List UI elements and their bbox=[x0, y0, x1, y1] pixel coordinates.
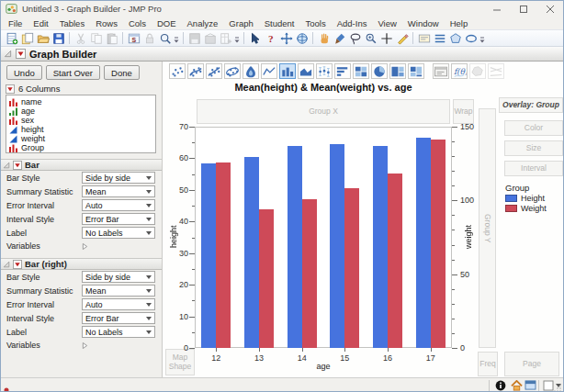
bar-height[interactable] bbox=[373, 146, 388, 348]
ellipse-icon[interactable] bbox=[224, 63, 241, 79]
menu-cols[interactable]: Cols bbox=[123, 18, 152, 28]
plot-area[interactable] bbox=[195, 127, 452, 348]
treemap-icon[interactable] bbox=[389, 63, 406, 79]
drop-zone-group-y[interactable]: Group Y bbox=[479, 108, 496, 348]
column-item-sex[interactable]: sex bbox=[9, 116, 152, 125]
line-of-fit-icon[interactable] bbox=[206, 63, 222, 79]
bar-right-bar-style-select[interactable]: Side by side bbox=[82, 271, 155, 283]
drop-zone-color[interactable]: Color bbox=[504, 120, 563, 136]
bar-horizontal-icon[interactable] bbox=[334, 63, 351, 79]
line-icon[interactable] bbox=[261, 63, 277, 79]
close-button[interactable] bbox=[536, 1, 563, 17]
copy-icon[interactable] bbox=[88, 31, 104, 46]
undo-button[interactable]: Undo bbox=[6, 65, 42, 80]
search-icon[interactable] bbox=[157, 31, 173, 46]
bar-height[interactable] bbox=[288, 146, 302, 348]
menu-tables[interactable]: Tables bbox=[54, 18, 90, 28]
bar-right-interval-style-select[interactable]: Error Bar bbox=[82, 312, 155, 324]
home-icon[interactable] bbox=[511, 380, 523, 392]
new-journal-icon[interactable] bbox=[19, 31, 35, 46]
menu-tools[interactable]: Tools bbox=[300, 18, 332, 28]
pie-icon[interactable] bbox=[371, 63, 388, 79]
bar-height[interactable] bbox=[330, 144, 344, 348]
drop-zone-size[interactable]: Size bbox=[504, 140, 563, 156]
mosaic-icon[interactable] bbox=[408, 63, 424, 79]
bar-height[interactable] bbox=[416, 138, 431, 348]
bar-error-interval-select[interactable]: Auto bbox=[82, 199, 155, 211]
info-icon[interactable] bbox=[495, 380, 506, 392]
points-intervals-icon[interactable] bbox=[316, 63, 333, 79]
bar-weight[interactable] bbox=[302, 199, 317, 348]
brush-tool-icon[interactable] bbox=[332, 31, 347, 46]
help-tool-icon[interactable]: ? bbox=[263, 31, 278, 46]
toolbar-overflow-icon[interactable] bbox=[173, 31, 180, 46]
drop-zone-group-x[interactable]: Group X bbox=[197, 99, 450, 124]
resize-grip[interactable] bbox=[554, 384, 561, 391]
lines-tool-icon[interactable] bbox=[432, 31, 447, 46]
cut-icon[interactable] bbox=[73, 31, 88, 46]
bar-height[interactable] bbox=[201, 163, 216, 348]
red-triangle-menu[interactable] bbox=[16, 49, 26, 59]
parallel-icon[interactable] bbox=[488, 63, 504, 79]
lasso-tool-icon[interactable] bbox=[347, 31, 363, 46]
collapse-triangle-icon[interactable] bbox=[3, 162, 10, 169]
script-window-icon[interactable]: S bbox=[126, 31, 141, 46]
toolbar-overflow-icon[interactable] bbox=[479, 31, 486, 46]
formula-icon[interactable]: f(θ) bbox=[451, 63, 468, 79]
column-item-group[interactable]: Group bbox=[9, 143, 152, 152]
bar-right-summary-statistic-select[interactable]: Mean bbox=[82, 285, 155, 297]
caption-tool-icon[interactable] bbox=[416, 31, 432, 46]
new-data-table-icon[interactable] bbox=[4, 31, 19, 46]
bar-red-triangle-menu[interactable] bbox=[13, 161, 22, 170]
magnifier-tool-icon[interactable] bbox=[363, 31, 378, 46]
new-column-icon[interactable] bbox=[218, 31, 233, 46]
oval-tool-icon[interactable] bbox=[463, 31, 479, 46]
annotate-tool-icon[interactable] bbox=[394, 31, 410, 46]
drop-zone-overlay[interactable]: Overlay: Group bbox=[499, 97, 563, 113]
crosshair-tool-icon[interactable] bbox=[378, 31, 394, 46]
bar-bar-style-select[interactable]: Side by side bbox=[82, 172, 155, 184]
bar-weight[interactable] bbox=[431, 140, 446, 348]
drop-zone-wrap[interactable]: Wrap bbox=[453, 99, 474, 124]
legend-item-height[interactable]: Height bbox=[505, 194, 545, 203]
bar-interval-style-select[interactable]: Error Bar bbox=[82, 213, 155, 225]
save-session-icon[interactable] bbox=[186, 31, 202, 46]
toolbar-overflow-icon[interactable] bbox=[233, 31, 241, 46]
minimize-button[interactable] bbox=[483, 1, 510, 17]
columns-red-triangle-menu[interactable] bbox=[6, 84, 15, 94]
column-item-weight[interactable]: weight bbox=[9, 134, 152, 143]
column-item-height[interactable]: height bbox=[9, 125, 152, 134]
menu-rows[interactable]: Rows bbox=[90, 18, 123, 28]
heatmap-icon[interactable] bbox=[353, 63, 369, 79]
menu-student[interactable]: Student bbox=[259, 18, 300, 28]
bar-label-select[interactable]: No Labels bbox=[82, 227, 155, 239]
window-icon[interactable] bbox=[525, 380, 536, 392]
legend-item-weight[interactable]: Weight bbox=[505, 204, 547, 213]
caption-box-icon[interactable] bbox=[433, 63, 449, 79]
bar-right-variables-disclosure[interactable] bbox=[82, 342, 155, 350]
lock-icon[interactable] bbox=[141, 31, 157, 46]
column-item-name[interactable]: name bbox=[9, 97, 152, 106]
collapse-triangle-icon[interactable] bbox=[3, 261, 10, 268]
move-tool-icon[interactable] bbox=[278, 31, 294, 46]
collapse-triangle-icon[interactable] bbox=[4, 50, 12, 58]
smoother-icon[interactable] bbox=[187, 63, 204, 79]
menu-add-ins[interactable]: Add-Ins bbox=[332, 18, 373, 28]
bar-weight[interactable] bbox=[344, 188, 359, 348]
menu-graph[interactable]: Graph bbox=[223, 18, 258, 28]
contour-icon[interactable] bbox=[243, 63, 259, 79]
start-over-button[interactable]: Start Over bbox=[46, 65, 100, 80]
save-icon[interactable] bbox=[51, 31, 66, 46]
menu-help[interactable]: Help bbox=[445, 18, 474, 28]
display-box-icon[interactable] bbox=[543, 380, 554, 392]
done-button[interactable]: Done bbox=[104, 65, 140, 80]
area-icon[interactable] bbox=[298, 63, 314, 79]
paste-icon[interactable] bbox=[104, 31, 119, 46]
column-item-age[interactable]: age bbox=[9, 106, 152, 116]
arrow-tool-icon[interactable] bbox=[247, 31, 263, 46]
menu-view[interactable]: View bbox=[372, 18, 401, 28]
bar-right-label-select[interactable]: No Labels bbox=[82, 326, 155, 338]
drop-zone-interval[interactable]: Interval bbox=[504, 161, 563, 176]
grabber-tool-icon[interactable] bbox=[316, 31, 332, 46]
menu-window[interactable]: Window bbox=[402, 18, 445, 28]
